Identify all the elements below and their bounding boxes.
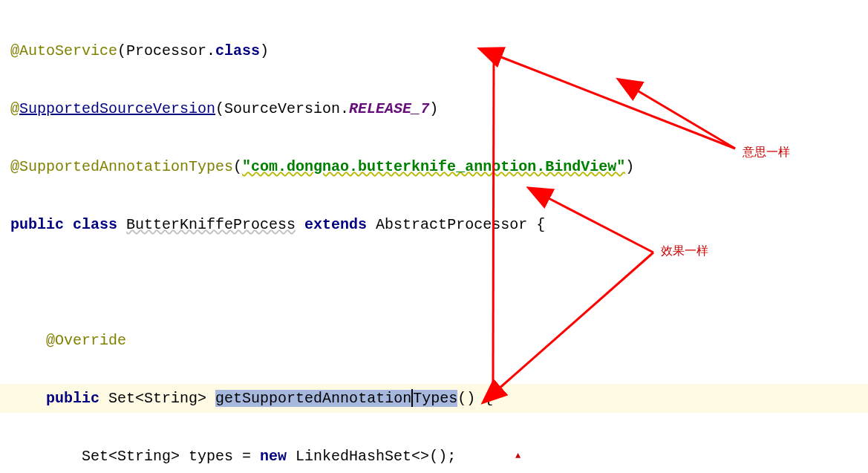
paren: ()	[457, 390, 484, 407]
linkedhashset: LinkedHashSet	[296, 448, 411, 465]
code-line[interactable]: @Override	[10, 326, 868, 355]
public-keyword: public	[46, 390, 108, 407]
code-line-highlighted[interactable]: public Set<String> getSupportedAnnotatio…	[0, 384, 868, 413]
paren: )	[429, 100, 438, 117]
code-line[interactable]: @AutoService(Processor.class)	[10, 36, 868, 65]
angle-close: >	[198, 390, 215, 407]
class-keyword: class	[215, 42, 260, 59]
code-line[interactable]: @SupportedSourceVersion(SourceVersion.RE…	[10, 94, 868, 123]
paren: (	[215, 100, 224, 117]
end: ();	[429, 448, 456, 465]
at-symbol: @	[10, 100, 19, 117]
set-type: Set	[108, 390, 135, 407]
new-keyword: new	[260, 448, 296, 465]
code-line[interactable]: Set<String> types = new LinkedHashSet<>(…	[10, 442, 868, 471]
paren: )	[625, 158, 634, 175]
set-decl: Set<String> types =	[82, 448, 260, 465]
sourceversion-text: SourceVersion.	[224, 100, 349, 117]
code-editor[interactable]: @AutoService(Processor.class) @Supported…	[0, 0, 868, 473]
brace: {	[536, 216, 545, 233]
string-type: String	[144, 390, 198, 407]
annotation-label-2: 效果一样	[661, 244, 708, 259]
error-triangle-icon: ▲	[515, 442, 521, 471]
code-line-empty[interactable]	[10, 268, 868, 297]
annotation-label-1: 意思一样	[743, 145, 790, 160]
override-annotation: @Override	[46, 332, 126, 349]
public-class-keyword: public class	[10, 216, 126, 233]
brace: {	[484, 390, 493, 407]
paren: )	[260, 42, 269, 59]
extends-keyword: extends	[296, 216, 376, 233]
string-literal: "com.dongnao.butterknife_annotion.BindVi…	[242, 158, 625, 175]
method-name-selected-b[interactable]: Types	[413, 390, 457, 407]
annotation-autoservice: @AutoService	[10, 42, 117, 59]
angle-open: <	[135, 390, 144, 407]
paren: (	[233, 158, 242, 175]
code-line[interactable]: public class ButterKniffeProcess extends…	[10, 210, 868, 239]
class-name: ButterKniffeProcess	[126, 216, 296, 233]
paren: (	[117, 42, 126, 59]
supportedannotationtypes: @SupportedAnnotationTypes	[10, 158, 233, 175]
release7-constant: RELEASE_7	[349, 100, 429, 117]
diamond: <>	[411, 448, 429, 465]
processor-text: Processor.	[126, 42, 215, 59]
method-name-selected[interactable]: getSupportedAnnotation	[215, 390, 411, 407]
supportedsourceversion-link[interactable]: SupportedSourceVersion	[19, 100, 215, 117]
code-line[interactable]: @SupportedAnnotationTypes("com.dongnao.b…	[10, 152, 868, 181]
abstractprocessor: AbstractProcessor	[376, 216, 536, 233]
